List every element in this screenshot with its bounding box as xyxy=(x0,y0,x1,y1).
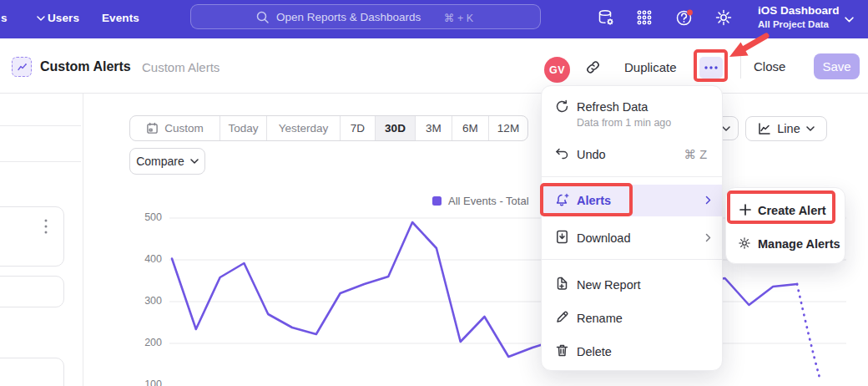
chart-line-projection xyxy=(797,284,820,378)
left-panel-divider xyxy=(0,125,81,126)
data-management-icon[interactable] xyxy=(597,8,615,27)
rename-pencil-icon xyxy=(555,310,569,324)
more-options-menu: Refresh Data Data from 1 min ago Undo ⌘ … xyxy=(541,85,723,371)
left-panel-border xyxy=(83,94,83,386)
legend-item[interactable]: All Events - Total xyxy=(432,195,529,207)
search-placeholder: Open Reports & Dashboards xyxy=(276,11,421,23)
submenu-item-create-alert[interactable]: Create Alert xyxy=(758,204,826,217)
chevron-down-icon xyxy=(806,126,815,132)
avatar[interactable]: GV xyxy=(544,57,570,83)
alerts-submenu: Create Alert Manage Alerts xyxy=(725,187,845,264)
chevron-down-icon xyxy=(722,126,730,132)
search-shortcut: ⌘ + K xyxy=(444,12,473,24)
chevron-right-icon xyxy=(705,233,712,242)
chevron-down-icon[interactable] xyxy=(845,17,854,23)
range-yesterday[interactable]: Yesterday xyxy=(267,116,341,140)
top-navbar: s Users Events Open Reports & Dashboards… xyxy=(0,0,868,38)
line-chart-icon xyxy=(758,122,771,135)
chart-type-button[interactable]: Line xyxy=(745,116,827,141)
chevron-down-icon[interactable] xyxy=(37,16,45,22)
notification-dot xyxy=(687,10,693,16)
more-options-button[interactable] xyxy=(699,57,723,79)
menu-item-alerts[interactable]: Alerts xyxy=(542,185,722,216)
menu-item-new-report[interactable]: New Report xyxy=(577,278,641,292)
calendar-icon xyxy=(146,122,159,135)
header-divider xyxy=(740,55,741,79)
duplicate-button[interactable]: Duplicate xyxy=(624,60,677,74)
undo-icon xyxy=(555,146,569,160)
new-report-icon xyxy=(555,277,569,291)
project-title[interactable]: iOS Dashboard xyxy=(758,4,840,17)
range-12m[interactable]: 12M xyxy=(489,116,527,140)
menu-divider xyxy=(542,176,722,177)
help-icon[interactable] xyxy=(675,8,694,27)
range-3m[interactable]: 3M xyxy=(416,116,452,140)
y-axis-tick-label: 300 xyxy=(137,295,162,307)
plus-icon xyxy=(739,204,751,216)
nav-item-events[interactable]: Events xyxy=(102,12,139,24)
nav-item-truncated[interactable]: s xyxy=(1,12,8,24)
alerts-bell-icon xyxy=(555,193,569,207)
date-range-picker: Custom Today Yesterday 7D 30D 3M 6M 12M xyxy=(129,115,528,141)
range-30d-selected[interactable]: 30D xyxy=(376,116,416,140)
ellipsis-icon xyxy=(704,66,718,69)
y-axis-tick-label: 100 xyxy=(137,378,162,386)
delete-trash-icon xyxy=(555,343,569,358)
y-axis-tick-label: 400 xyxy=(137,253,162,265)
page-title: Custom Alerts xyxy=(40,59,131,74)
search-icon xyxy=(255,10,270,24)
undo-shortcut: ⌘ Z xyxy=(684,148,707,161)
legend-swatch xyxy=(432,196,442,206)
y-axis-tick-label: 200 xyxy=(137,337,162,348)
range-label: Custom xyxy=(164,122,204,135)
refresh-subtitle: Data from 1 min ago xyxy=(577,117,671,129)
nav-item-users[interactable]: Users xyxy=(48,12,79,24)
save-button[interactable]: Save xyxy=(814,53,860,79)
left-panel-card xyxy=(0,358,64,386)
submenu-item-manage-alerts[interactable]: Manage Alerts xyxy=(758,237,840,251)
project-subtitle: All Project Data xyxy=(758,19,829,29)
menu-item-rename[interactable]: Rename xyxy=(577,312,623,325)
y-axis-tick-label: 500 xyxy=(137,211,162,223)
chevron-down-icon xyxy=(190,159,199,165)
menu-item-refresh[interactable]: Refresh Data xyxy=(577,100,648,114)
range-custom[interactable]: Custom xyxy=(130,116,220,140)
chevron-right-icon xyxy=(705,196,712,205)
range-7d[interactable]: 7D xyxy=(341,116,376,140)
left-panel-card xyxy=(0,206,64,267)
menu-item-undo[interactable]: Undo xyxy=(577,148,606,161)
menu-item-delete[interactable]: Delete xyxy=(577,345,612,358)
close-button[interactable]: Close xyxy=(754,59,785,74)
app-window: All Events - Total Custom Today Yesterda… xyxy=(0,0,868,386)
report-icon xyxy=(12,57,32,77)
range-6m[interactable]: 6M xyxy=(452,116,489,140)
search-input[interactable]: Open Reports & Dashboards ⌘ + K xyxy=(190,4,541,29)
apps-grid-icon[interactable] xyxy=(635,8,654,27)
range-today[interactable]: Today xyxy=(220,116,267,140)
download-icon xyxy=(555,230,569,244)
left-panel-card xyxy=(0,276,64,307)
menu-item-download[interactable]: Download xyxy=(577,231,631,245)
breadcrumb: Custom Alerts xyxy=(142,60,220,74)
copy-link-icon[interactable] xyxy=(585,59,601,75)
legend-label: All Events - Total xyxy=(448,195,529,207)
report-header: Custom Alerts Custom Alerts GV Duplicate… xyxy=(0,38,868,94)
refresh-icon xyxy=(555,99,569,114)
kebab-menu-icon[interactable] xyxy=(43,218,48,235)
settings-gear-icon[interactable] xyxy=(714,8,733,27)
compare-button[interactable]: Compare xyxy=(129,148,205,175)
menu-divider xyxy=(542,259,722,260)
gear-icon xyxy=(738,236,751,250)
left-panel-divider xyxy=(0,161,81,162)
